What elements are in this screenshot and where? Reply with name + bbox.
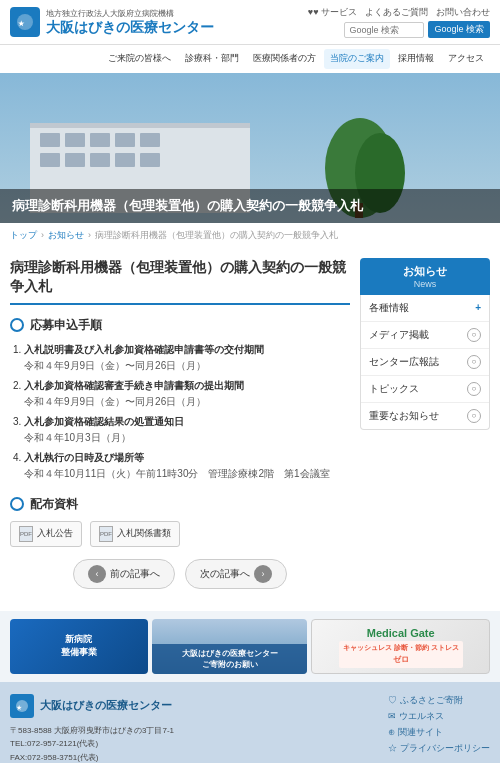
footer-logo-text: 大阪はびきの医療センター [40,698,172,713]
bottom-banners: 新病院整備事業 大阪はびきの医療センターご寄附のお願い Medical Gate… [0,611,500,682]
banner-medical-gate[interactable]: Medical Gate キャッシュレス 診断・節約 ストレスゼロ [311,619,490,674]
faq-link[interactable]: よくあるご質問 [365,6,428,19]
svg-rect-13 [115,153,135,167]
footer-address: 〒583-8588 大阪府羽曳野市はびきの3丁目7-1 TEL:072-957-… [10,724,376,763]
header: ★ 地方独立行政法人大阪府立病院機構 大阪はびきの医療センター ♥♥ サービス … [0,0,500,45]
footer-link-2[interactable]: ⊕ 関連サイト [388,726,490,739]
banner-hospital[interactable]: 新病院整備事業 [10,619,148,674]
search-button[interactable]: Google 検索 [428,21,490,38]
next-button[interactable]: 次の記事へ › [185,559,287,589]
section2-circle-icon [10,497,24,511]
content-left: 病理診断科用機器（包理装置他）の購入契約の一般競争入札 応募申込手順 入札説明書… [10,258,350,601]
nav-access[interactable]: アクセス [442,49,490,69]
prev-arrow-icon: ‹ [88,565,106,583]
list-item: 入札参加資格確認結果の処置通知日 令和４年10月3日（月） [24,414,350,446]
svg-rect-14 [140,153,160,167]
header-links: ♥♥ サービス よくあるご質問 お問い合わせ [308,6,490,19]
header-right: ♥♥ サービス よくあるご質問 お問い合わせ Google 検索 [308,6,490,38]
sidebar-right: お知らせ News 各種情報 + メディア掲載 ○ センター広報誌 ○ トピック… [360,258,490,601]
logo-text: 大阪はびきの医療センター [46,19,214,36]
contact-link[interactable]: お問い合わせ [436,6,490,19]
main-content: 病理診断科用機器（包理装置他）の購入契約の一般競争入札 応募申込手順 入札説明書… [0,248,500,611]
footer-links: ♡ ふるさとご寄附 ✉ ウエルネス ⊕ 関連サイト ☆ プライバシーポリシー [388,694,490,763]
service-link[interactable]: ♥♥ サービス [308,6,357,19]
sidebar-item-4[interactable]: 重要なお知らせ ○ [361,403,489,429]
page-title: 病理診断科用機器（包理装置他）の購入契約の一般競争入札 [10,258,350,305]
search-input[interactable] [344,22,424,38]
list-item: 入札参加資格確認審査手続き申請書類の提出期間 令和４年9月9日（金）〜同月26日… [24,378,350,410]
svg-rect-4 [30,123,250,128]
doc-icon-2: PDF [99,526,113,542]
sidebar-news-body: 各種情報 + メディア掲載 ○ センター広報誌 ○ トピックス ○ 重要なお知ら… [360,295,490,430]
breadcrumb-current: 病理診断科用機器（包理装置他）の購入契約の一般競争入札 [95,229,338,242]
footer: ★ 大阪はびきの医療センター 〒583-8588 大阪府羽曳野市はびきの3丁目7… [0,682,500,763]
nav-medical[interactable]: 医療関係者の方 [247,49,322,69]
nav-dept[interactable]: 診療科・部門 [179,49,245,69]
footer-left: ★ 大阪はびきの医療センター 〒583-8588 大阪府羽曳野市はびきの3丁目7… [10,694,376,763]
section2-heading: 配布資料 [10,496,350,513]
sidebar-plus-icon-0: + [475,302,481,313]
doc-link-1[interactable]: PDF 入札公告 [10,521,82,547]
footer-inner-wrapper: ★ 大阪はびきの医療センター 〒583-8588 大阪府羽曳野市はびきの3丁目7… [0,682,500,763]
footer-logo: ★ 大阪はびきの医療センター [10,694,376,718]
doc-link-2[interactable]: PDF 入札関係書類 [90,521,180,547]
banner-center[interactable]: 大阪はびきの医療センターご寄附のお願い [152,619,308,674]
nav-about[interactable]: 当院のご案内 [324,49,390,69]
sidebar-news-header: お知らせ News [360,258,490,295]
breadcrumb: トップ › お知らせ › 病理診断科用機器（包理装置他）の購入契約の一般競争入札 [0,223,500,248]
svg-rect-7 [90,133,110,147]
svg-rect-12 [90,153,110,167]
sidebar-item-2[interactable]: センター広報誌 ○ [361,349,489,376]
breadcrumb-home[interactable]: トップ [10,229,37,242]
section-circle-icon [10,318,24,332]
footer-link-0[interactable]: ♡ ふるさとご寄附 [388,694,490,707]
sidebar-circle-icon-4: ○ [467,409,481,423]
doc-icon-1: PDF [19,526,33,542]
doc-links: PDF 入札公告 PDF 入札関係書類 [10,521,350,547]
svg-rect-5 [40,133,60,147]
search-bar: Google 検索 [344,21,490,38]
sidebar-news-subtitle: News [366,279,484,289]
sidebar-news-title: お知らせ [366,264,484,279]
steps-list: 入札説明書及び入札参加資格確認申請書等の交付期間 令和４年9月9日（金）〜同月2… [10,342,350,482]
logo-area: ★ 地方独立行政法人大阪府立病院機構 大阪はびきの医療センター [10,7,214,37]
footer-content: ★ 大阪はびきの医療センター 〒583-8588 大阪府羽曳野市はびきの3丁目7… [10,694,490,763]
sidebar-circle-icon-3: ○ [467,382,481,396]
logo-icon: ★ [10,7,40,37]
sidebar-item-3[interactable]: トピックス ○ [361,376,489,403]
svg-rect-6 [65,133,85,147]
footer-link-3[interactable]: ☆ プライバシーポリシー [388,742,490,755]
next-arrow-icon: › [254,565,272,583]
nav-recruit[interactable]: 採用情報 [392,49,440,69]
list-item: 入札執行の日時及び場所等 令和４年10月11日（火）午前11時30分 管理診療棟… [24,450,350,482]
svg-rect-8 [115,133,135,147]
logo-subtitle: 地方独立行政法人大阪府立病院機構 [46,8,214,19]
hero-title: 病理診断科用機器（包理装置他）の購入契約の一般競争入札 [0,189,500,223]
footer-logo-icon: ★ [10,694,34,718]
breadcrumb-news[interactable]: お知らせ [48,229,84,242]
nav-buttons: ‹ 前の記事へ 次の記事へ › [10,559,350,589]
svg-text:★: ★ [18,20,25,27]
section1-heading: 応募申込手順 [10,317,350,334]
svg-rect-9 [140,133,160,147]
sidebar-circle-icon-2: ○ [467,355,481,369]
sidebar-item-0[interactable]: 各種情報 + [361,295,489,322]
main-nav: ご来院の皆様へ 診療科・部門 医療関係者の方 当院のご案内 採用情報 アクセス [0,45,500,73]
footer-link-1[interactable]: ✉ ウエルネス [388,710,490,723]
list-item: 入札説明書及び入札参加資格確認申請書等の交付期間 令和４年9月9日（金）〜同月2… [24,342,350,374]
sidebar-circle-icon-1: ○ [467,328,481,342]
nav-visit[interactable]: ご来院の皆様へ [102,49,177,69]
sidebar-item-1[interactable]: メディア掲載 ○ [361,322,489,349]
svg-text:★: ★ [16,704,22,711]
prev-button[interactable]: ‹ 前の記事へ [73,559,175,589]
svg-rect-10 [40,153,60,167]
svg-rect-11 [65,153,85,167]
hero-section: 病理診断科用機器（包理装置他）の購入契約の一般競争入札 [0,73,500,223]
